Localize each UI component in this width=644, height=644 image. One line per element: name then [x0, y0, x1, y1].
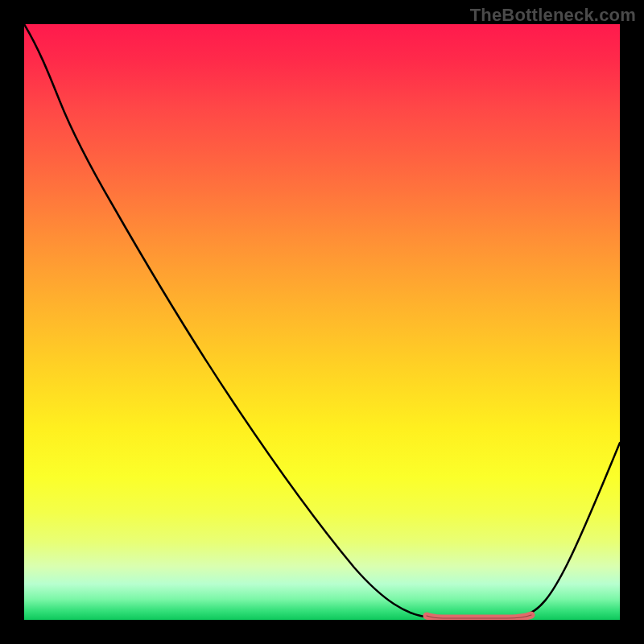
bottleneck-curve [24, 24, 620, 617]
watermark-label: TheBottleneck.com [470, 5, 636, 26]
bottleneck-curve-over-highlight [427, 615, 531, 618]
chart-frame: TheBottleneck.com [0, 0, 644, 644]
curve-svg [24, 24, 620, 620]
optimal-range-highlight [427, 615, 531, 618]
plot-area [24, 24, 620, 620]
